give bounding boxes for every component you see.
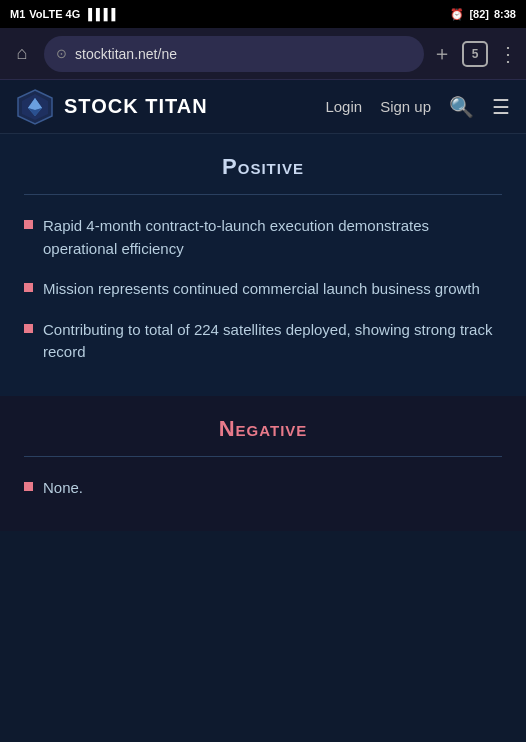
list-item: Mission represents continued commercial … xyxy=(24,278,502,301)
status-right: ⏰ [82] 8:38 xyxy=(450,8,516,21)
nav-logo: STOCK TITAN xyxy=(16,88,325,126)
positive-section: Positive Rapid 4-month contract-to-launc… xyxy=(0,134,526,396)
status-bar: M1 VoLTE 4G ▐▐▐▐ ⏰ [82] 8:38 xyxy=(0,0,526,28)
bullet-icon xyxy=(24,324,33,333)
positive-item-2: Mission represents continued commercial … xyxy=(43,278,480,301)
logo-icon xyxy=(16,88,54,126)
battery-icon: [82] xyxy=(469,8,489,20)
home-button[interactable]: ⌂ xyxy=(8,40,36,68)
address-bar[interactable]: ⊙ stocktitan.net/ne xyxy=(44,36,424,72)
nav-bar: STOCK TITAN Login Sign up 🔍 ☰ xyxy=(0,80,526,134)
alarm-icon: ⏰ xyxy=(450,8,464,21)
login-link[interactable]: Login xyxy=(325,98,362,115)
bullet-icon xyxy=(24,220,33,229)
logo-text: STOCK TITAN xyxy=(64,95,208,118)
hamburger-menu-icon[interactable]: ☰ xyxy=(492,95,510,119)
negative-bullet-list: None. xyxy=(24,477,502,500)
negative-title: Negative xyxy=(24,416,502,442)
signup-link[interactable]: Sign up xyxy=(380,98,431,115)
list-item: Rapid 4-month contract-to-launch executi… xyxy=(24,215,502,260)
positive-title: Positive xyxy=(24,154,502,180)
browser-controls: ＋ 5 ⋮ xyxy=(432,40,518,67)
new-tab-button[interactable]: ＋ xyxy=(432,40,452,67)
negative-item-1: None. xyxy=(43,477,83,500)
negative-section: Negative None. xyxy=(0,396,526,532)
menu-button[interactable]: ⋮ xyxy=(498,42,518,66)
positive-item-3: Contributing to total of 224 satellites … xyxy=(43,319,502,364)
browser-chrome: ⌂ ⊙ stocktitan.net/ne ＋ 5 ⋮ xyxy=(0,28,526,80)
bullet-icon xyxy=(24,283,33,292)
tab-count[interactable]: 5 xyxy=(462,41,488,67)
bullet-icon xyxy=(24,482,33,491)
carrier-text: M1 xyxy=(10,8,25,20)
list-item: Contributing to total of 224 satellites … xyxy=(24,319,502,364)
list-item: None. xyxy=(24,477,502,500)
url-text: stocktitan.net/ne xyxy=(75,46,177,62)
signal-icon: ▐▐▐▐ xyxy=(84,8,115,20)
time-display: 8:38 xyxy=(494,8,516,20)
positive-item-1: Rapid 4-month contract-to-launch executi… xyxy=(43,215,502,260)
site-icon: ⊙ xyxy=(56,46,67,61)
positive-bullet-list: Rapid 4-month contract-to-launch executi… xyxy=(24,215,502,364)
network-type: VoLTE 4G xyxy=(29,8,80,20)
search-icon[interactable]: 🔍 xyxy=(449,95,474,119)
status-left: M1 VoLTE 4G ▐▐▐▐ xyxy=(10,8,115,20)
nav-links: Login Sign up 🔍 ☰ xyxy=(325,95,510,119)
negative-divider xyxy=(24,456,502,457)
positive-divider xyxy=(24,194,502,195)
main-content: Positive Rapid 4-month contract-to-launc… xyxy=(0,134,526,742)
